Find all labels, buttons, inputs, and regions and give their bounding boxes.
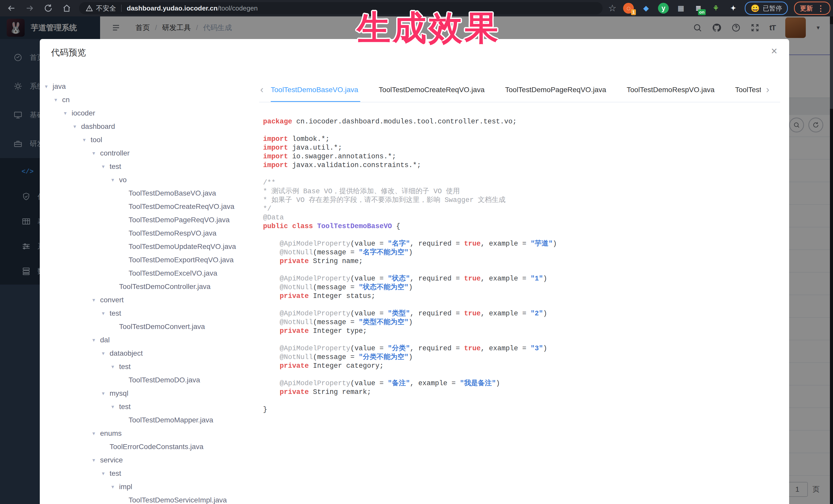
chrome-update-button[interactable]: 更新 ⋮ xyxy=(794,2,830,15)
address-bar[interactable]: 不安全 dashboard.yudao.iocoder.cn /tool/cod… xyxy=(79,2,602,15)
code-line: private String remark; xyxy=(263,388,789,397)
folder-label: dal xyxy=(100,336,110,344)
code-line: * 如果子 VO 存在差异的字段，请不要添加到这里，影响 Swagger 文档生… xyxy=(263,196,789,205)
tree-item[interactable]: ToolTestDemoConvert.java xyxy=(45,320,253,333)
file-tab[interactable]: ToolTestDemoPageReqVO.java xyxy=(505,77,606,102)
tree-item[interactable]: ▾convert xyxy=(45,293,253,307)
tree-item[interactable]: ToolTestDemoExcelVO.java xyxy=(45,267,253,280)
caret-down-icon: ▾ xyxy=(45,83,53,90)
extension-puzzle-icon[interactable]: ✦ xyxy=(728,3,739,14)
screen: 不安全 dashboard.yudao.iocoder.cn /tool/cod… xyxy=(0,0,833,504)
code-view: package cn.iocoder.dashboard.modules.too… xyxy=(259,102,789,414)
caret-down-icon: ▾ xyxy=(102,310,110,316)
tree-item[interactable]: ToolTestDemoMapper.java xyxy=(45,413,253,427)
extension-orange-circle-icon[interactable]: ◌1 xyxy=(623,3,634,14)
caret-down-icon: ▾ xyxy=(102,471,110,477)
tree-item[interactable]: ▾impl xyxy=(45,480,253,494)
annotation-overlay: 生成效果 xyxy=(351,2,520,50)
file-label: ToolTestDemoController.java xyxy=(119,283,210,291)
caret-down-icon: ▾ xyxy=(111,177,119,183)
tree-item[interactable]: ▾test xyxy=(45,400,253,413)
close-icon[interactable]: × xyxy=(771,46,777,56)
tree-item[interactable]: ▾vo xyxy=(45,173,253,187)
extension-list-on-icon[interactable]: ≣on xyxy=(693,3,704,14)
code-preview-dialog: 代码预览 × ▾java▾cn▾iocoder▾dashboard▾tool▾c… xyxy=(40,39,789,504)
scrollbar-thumb[interactable] xyxy=(830,24,833,109)
tree-item[interactable]: ▾java xyxy=(45,80,253,93)
tree-item[interactable]: ▾dashboard xyxy=(45,120,253,133)
folder-label: java xyxy=(53,82,66,91)
recording-paused-chip[interactable]: 😀 已暂停 xyxy=(745,2,788,15)
file-label: ToolTestDemoDO.java xyxy=(128,376,200,384)
annotation-text: 生成效果 xyxy=(356,9,500,47)
tree-item[interactable]: ▾test xyxy=(45,467,253,480)
code-line: import io.swagger.annotations.*; xyxy=(263,152,789,161)
code-line: /** xyxy=(263,178,789,187)
code-line xyxy=(263,231,789,239)
file-tab[interactable]: ToolTestDemoRespVO.java xyxy=(627,77,714,102)
tabs-scroll-left-icon[interactable]: ‹ xyxy=(260,77,264,102)
tree-item[interactable]: ▾tool xyxy=(45,133,253,146)
code-line xyxy=(263,370,789,379)
tree-item[interactable]: ToolTestDemoExportReqVO.java xyxy=(45,253,253,267)
bookmark-star-icon[interactable]: ☆ xyxy=(608,3,616,14)
code-line: * 测试示例 Base VO，提供给添加、修改、详细的子 VO 使用 xyxy=(263,187,789,196)
extension-grid-icon[interactable]: ▦ xyxy=(675,3,686,14)
code-panel: ‹ ToolTestDemoBaseVO.javaToolTestDemoCre… xyxy=(259,77,789,504)
url-host: dashboard.yudao.iocoder.cn xyxy=(127,4,218,12)
tree-item[interactable]: ▾enums xyxy=(45,427,253,440)
tree-item[interactable]: ▾cn xyxy=(45,93,253,106)
extension-plant-icon[interactable]: ⚘ xyxy=(710,3,721,14)
tree-item[interactable]: ToolTestDemoCreateReqVO.java xyxy=(45,200,253,213)
caret-down-icon: ▾ xyxy=(102,350,110,356)
file-label: ToolTestDemoConvert.java xyxy=(119,322,205,331)
file-label: ToolTestDemoExportReqVO.java xyxy=(128,256,234,264)
tree-item[interactable]: ▾dal xyxy=(45,333,253,347)
update-label: 更新 xyxy=(800,4,813,13)
tree-item[interactable]: ▾controller xyxy=(45,146,253,160)
tree-item[interactable]: ▾dataobject xyxy=(45,347,253,360)
tree-item[interactable]: ToolErrorCodeConstants.java xyxy=(45,440,253,453)
file-tab[interactable]: ToolTestDemoBaseVO.java xyxy=(271,77,358,102)
browser-forward-icon[interactable] xyxy=(25,4,34,13)
tree-item[interactable]: ToolTestDemoDO.java xyxy=(45,374,253,387)
tree-item[interactable]: ▾test xyxy=(45,307,253,320)
code-line xyxy=(263,301,789,309)
file-label: ToolTestDemoExcelVO.java xyxy=(128,269,217,278)
browser-back-icon[interactable] xyxy=(7,4,16,13)
tree-item[interactable]: ToolTestDemoPageReqVO.java xyxy=(45,213,253,226)
security-label: 不安全 xyxy=(96,4,116,13)
caret-down-icon: ▾ xyxy=(102,390,110,397)
paused-label: 已暂停 xyxy=(763,4,782,13)
url-path: /tool/codegen xyxy=(218,4,258,12)
tree-item[interactable]: ▾test xyxy=(45,360,253,374)
extension-green-y-icon[interactable]: y xyxy=(658,3,669,14)
extension-blue-gem-icon[interactable]: ◆ xyxy=(641,3,651,14)
page-scrollbar[interactable] xyxy=(830,17,833,504)
code-line: import javax.validation.constraints.*; xyxy=(263,161,789,170)
tree-item[interactable]: ToolTestDemoRespVO.java xyxy=(45,226,253,240)
extension-row: ◌1◆y▦≣on⚘✦ xyxy=(623,3,739,14)
caret-down-icon: ▾ xyxy=(64,110,72,116)
file-label: ToolTestDemoUpdateReqVO.java xyxy=(128,242,236,251)
folder-label: controller xyxy=(100,149,129,157)
file-tab[interactable]: ToolTestDemoUpdateReqVO.java xyxy=(735,77,761,102)
file-tabbar: ‹ ToolTestDemoBaseVO.javaToolTestDemoCre… xyxy=(259,77,780,102)
tree-item[interactable]: ▾mysql xyxy=(45,387,253,400)
file-label: ToolTestDemoCreateReqVO.java xyxy=(128,202,234,211)
file-tab[interactable]: ToolTestDemoCreateReqVO.java xyxy=(379,77,484,102)
file-label: ToolTestDemoPageReqVO.java xyxy=(128,216,230,224)
tree-item[interactable]: ▾service xyxy=(45,453,253,467)
tree-item[interactable]: ToolTestDemoServiceImpl.java xyxy=(45,494,253,504)
browser-reload-icon[interactable] xyxy=(44,4,53,13)
tree-item[interactable]: ToolTestDemoUpdateReqVO.java xyxy=(45,240,253,253)
browser-home-icon[interactable] xyxy=(62,4,71,13)
tree-item[interactable]: ToolTestDemoBaseVO.java xyxy=(45,187,253,200)
tree-item[interactable]: ▾iocoder xyxy=(45,106,253,120)
code-line xyxy=(263,170,789,178)
warning-icon xyxy=(86,5,93,12)
tree-item[interactable]: ToolTestDemoController.java xyxy=(45,280,253,293)
browser-menu-icon[interactable]: ⋮ xyxy=(817,4,825,13)
tree-item[interactable]: ▾test xyxy=(45,160,253,173)
tabs-scroll-right-icon[interactable]: › xyxy=(766,77,769,102)
